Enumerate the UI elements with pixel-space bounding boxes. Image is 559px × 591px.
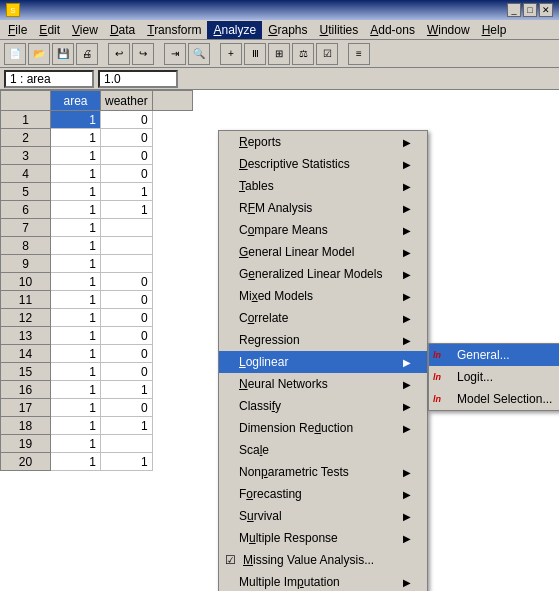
- cell-area[interactable]: 1: [51, 129, 101, 147]
- row-number: 6: [1, 201, 51, 219]
- menu-graphs[interactable]: Graphs: [262, 21, 313, 39]
- table-row: 1410: [1, 345, 193, 363]
- var-view-button[interactable]: ≡: [348, 43, 370, 65]
- row-header-empty: [1, 91, 51, 111]
- find-button[interactable]: 🔍: [188, 43, 210, 65]
- table-row: 410: [1, 165, 193, 183]
- row-number: 9: [1, 255, 51, 273]
- cell-weather[interactable]: 1: [101, 453, 153, 471]
- title-bar: S _ □ ✕: [0, 0, 559, 20]
- cell-weather[interactable]: [101, 237, 153, 255]
- cell-weather[interactable]: 0: [101, 399, 153, 417]
- cell-weather[interactable]: 0: [101, 147, 153, 165]
- cell-area[interactable]: 1: [51, 453, 101, 471]
- row-number: 17: [1, 399, 51, 417]
- cell-area[interactable]: 1: [51, 327, 101, 345]
- cell-weather[interactable]: 0: [101, 363, 153, 381]
- table-row: 191: [1, 435, 193, 453]
- col-header-extra: [152, 91, 192, 111]
- table-row: 611: [1, 201, 193, 219]
- cell-area[interactable]: 1: [51, 381, 101, 399]
- save-button[interactable]: 💾: [52, 43, 74, 65]
- menu-view[interactable]: View: [66, 21, 104, 39]
- weight-button[interactable]: ⚖: [292, 43, 314, 65]
- menu-bar: File Edit View Data Transform Analyze Gr…: [0, 20, 559, 40]
- table-row: 81: [1, 237, 193, 255]
- cell-weather[interactable]: [101, 435, 153, 453]
- cell-weather[interactable]: 1: [101, 417, 153, 435]
- cell-area[interactable]: 1: [51, 255, 101, 273]
- cell-weather[interactable]: [101, 255, 153, 273]
- cell-area[interactable]: 1: [51, 201, 101, 219]
- menu-data[interactable]: Data: [104, 21, 141, 39]
- row-number: 18: [1, 417, 51, 435]
- row-number: 10: [1, 273, 51, 291]
- table-row: 110: [1, 111, 193, 129]
- minimize-button[interactable]: _: [507, 3, 521, 17]
- cell-area[interactable]: 1: [51, 345, 101, 363]
- menu-analyze[interactable]: Analyze: [207, 21, 262, 39]
- col-header-weather[interactable]: weather: [101, 91, 153, 111]
- cell-weather[interactable]: 0: [101, 273, 153, 291]
- table-row: 1110: [1, 291, 193, 309]
- cell-area[interactable]: 1: [51, 291, 101, 309]
- table-row: 1310: [1, 327, 193, 345]
- select-cases-button[interactable]: ☑: [316, 43, 338, 65]
- cell-area[interactable]: 1: [51, 417, 101, 435]
- menu-addons[interactable]: Add-ons: [364, 21, 421, 39]
- cell-weather[interactable]: 1: [101, 201, 153, 219]
- cell-weather[interactable]: 0: [101, 345, 153, 363]
- cell-area[interactable]: 1: [51, 237, 101, 255]
- cell-area[interactable]: 1: [51, 219, 101, 237]
- menu-help[interactable]: Help: [476, 21, 513, 39]
- table-row: 71: [1, 219, 193, 237]
- menu-window[interactable]: Window: [421, 21, 476, 39]
- cell-area[interactable]: 1: [51, 273, 101, 291]
- row-number: 7: [1, 219, 51, 237]
- var-bar: [0, 68, 559, 90]
- toolbar: 📄 📂 💾 🖨 ↩ ↪ ⇥ 🔍 + Ⅲ ⊞ ⚖ ☑ ≡: [0, 40, 559, 68]
- var-name-input[interactable]: [4, 70, 94, 88]
- cell-area[interactable]: 1: [51, 147, 101, 165]
- cell-area[interactable]: 1: [51, 435, 101, 453]
- split-button[interactable]: ⊞: [268, 43, 290, 65]
- cell-area[interactable]: 1: [51, 309, 101, 327]
- menu-utilities[interactable]: Utilities: [314, 21, 365, 39]
- var-value-input[interactable]: [98, 70, 178, 88]
- cell-weather[interactable]: 0: [101, 129, 153, 147]
- cell-area[interactable]: 1: [51, 363, 101, 381]
- cell-weather[interactable]: [101, 219, 153, 237]
- cell-weather[interactable]: 0: [101, 165, 153, 183]
- menu-transform[interactable]: Transform: [141, 21, 207, 39]
- close-button[interactable]: ✕: [539, 3, 553, 17]
- cell-area[interactable]: 1: [51, 399, 101, 417]
- cell-weather[interactable]: 1: [101, 381, 153, 399]
- row-number: 13: [1, 327, 51, 345]
- cell-weather[interactable]: 1: [101, 183, 153, 201]
- menu-file[interactable]: File: [2, 21, 33, 39]
- row-number: 3: [1, 147, 51, 165]
- row-number: 16: [1, 381, 51, 399]
- table-row: 91: [1, 255, 193, 273]
- cell-weather[interactable]: 0: [101, 327, 153, 345]
- table-row: 210: [1, 129, 193, 147]
- col-header-area[interactable]: area: [51, 91, 101, 111]
- cell-weather[interactable]: 0: [101, 291, 153, 309]
- cell-weather[interactable]: 0: [101, 309, 153, 327]
- insert-var-button[interactable]: Ⅲ: [244, 43, 266, 65]
- print-button[interactable]: 🖨: [76, 43, 98, 65]
- new-button[interactable]: 📄: [4, 43, 26, 65]
- cell-area[interactable]: 1: [51, 183, 101, 201]
- insert-case-button[interactable]: +: [220, 43, 242, 65]
- maximize-button[interactable]: □: [523, 3, 537, 17]
- go-to-button[interactable]: ⇥: [164, 43, 186, 65]
- menu-edit[interactable]: Edit: [33, 21, 66, 39]
- row-number: 8: [1, 237, 51, 255]
- row-number: 5: [1, 183, 51, 201]
- redo-button[interactable]: ↪: [132, 43, 154, 65]
- cell-weather[interactable]: 0: [101, 111, 153, 129]
- open-button[interactable]: 📂: [28, 43, 50, 65]
- undo-button[interactable]: ↩: [108, 43, 130, 65]
- cell-area[interactable]: 1: [51, 165, 101, 183]
- cell-area[interactable]: 1: [51, 111, 101, 129]
